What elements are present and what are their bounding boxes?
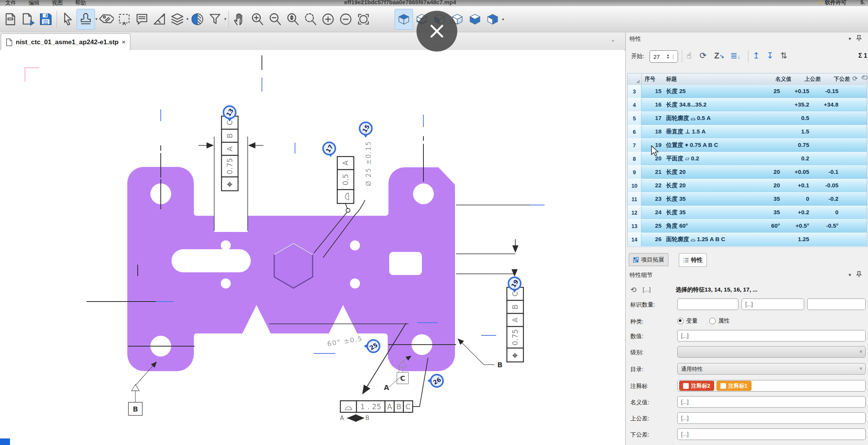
row-number-cell[interactable]: 3 [628, 85, 641, 98]
fcf-position-13[interactable]: C B A 0.75 ⌖ [198, 116, 263, 231]
marquee-select-button[interactable] [115, 9, 133, 29]
pin-icon[interactable] [856, 271, 862, 279]
tab-properties[interactable]: 特性 [679, 253, 707, 267]
menu-help[interactable]: 帮助 [75, 0, 86, 6]
lower-tol-input[interactable]: [...] [677, 428, 866, 440]
z-order-icon[interactable]: Z↘ [714, 51, 724, 61]
row-body[interactable]: 26 面轮廓度 ⌓ 1.25 A B C 1.25 [641, 233, 867, 247]
export-up-icon[interactable]: ↥ [753, 51, 760, 61]
save-button[interactable] [37, 9, 55, 29]
table-row[interactable]: 11 23 长度 35 35 0 -0.2 [628, 193, 867, 206]
row-body[interactable]: 20 平面度 ▱ 0.2 0.2 [641, 152, 867, 166]
edge-label-b[interactable]: B [458, 339, 503, 369]
row-body[interactable]: 21 长度 20 20 +0.05 -0.1 [641, 166, 867, 179]
open-file-button[interactable] [19, 9, 37, 29]
canvas-collapse-caret[interactable]: ⌄ [611, 37, 615, 43]
fcf-position-19[interactable]: C B A 0.75 ⌖ [507, 287, 523, 362]
view-top-button[interactable] [395, 9, 413, 30]
col-header-nominal[interactable]: 名义值 [765, 76, 791, 83]
pan-hand-button[interactable] [231, 9, 248, 29]
level-select[interactable]: ˅ [677, 346, 866, 358]
refresh-column-icon[interactable]: ⟳ [852, 75, 858, 83]
tag-button[interactable] [98, 9, 115, 29]
select-all-corner[interactable] [628, 73, 642, 85]
layers-button[interactable] [168, 9, 186, 29]
pin-icon[interactable] [856, 35, 862, 43]
table-row[interactable]: 13 25 角度 60° 60° +0.5° -0.5° [628, 220, 867, 233]
id-count-input-3[interactable] [807, 298, 866, 310]
zoom-out-button[interactable] [266, 9, 284, 29]
tab-close-icon[interactable]: × [122, 38, 125, 46]
menu-view[interactable]: 视图 [52, 0, 63, 6]
row-body[interactable]: 18 垂直度 ⊥ 1.5 A 1.5 [641, 125, 867, 139]
row-number-cell[interactable]: 10 [628, 179, 641, 192]
row-body[interactable]: 17 面轮廓度 ⌓ 0.5 A 0.5 [641, 112, 867, 125]
table-row[interactable]: 4 16 长度 34.8...35.2 +35.2 +34.8 [628, 98, 867, 112]
row-number-cell[interactable]: 7 [628, 139, 641, 152]
menu-file[interactable]: 文件 [5, 0, 16, 6]
nominal-input[interactable]: [...] [677, 396, 866, 408]
table-row[interactable]: 6 18 垂直度 ⊥ 1.5 A 1.5 [628, 125, 867, 139]
col-header-upper[interactable]: 上公差 [794, 76, 821, 83]
row-number-cell[interactable]: 13 [628, 220, 641, 233]
table-header[interactable]: 序号 标题 名义值 上公差 下公差 ⟳ [628, 73, 867, 85]
table-row[interactable]: 14 26 面轮廓度 ⌓ 1.25 A B C 1.25 [628, 233, 867, 247]
select-cursor-button[interactable] [59, 9, 77, 29]
view-front-button[interactable] [466, 9, 484, 29]
filter-button[interactable] [206, 9, 224, 29]
row-number-cell[interactable]: 5 [628, 112, 641, 125]
row-number-cell[interactable]: 9 [628, 166, 641, 179]
radio-variable[interactable]: 变量 [677, 317, 698, 325]
table-row[interactable]: 3 15 长度 25 25 +0.15 -0.15 [628, 85, 867, 98]
zoom-window-button[interactable] [302, 9, 319, 29]
comment-button[interactable] [133, 9, 151, 29]
pick-hand-icon[interactable]: ☝ [686, 51, 691, 61]
sort-updown-icon[interactable]: ⇅ [780, 51, 787, 61]
row-number-cell[interactable]: 4 [628, 98, 641, 112]
zoom-all-button[interactable] [355, 9, 372, 29]
zoom-in-button[interactable] [248, 9, 266, 29]
video-close-overlay[interactable] [417, 11, 457, 52]
radio-dot[interactable] [677, 318, 684, 324]
list-order-icon[interactable]: ≣↓ [730, 51, 740, 61]
start-spinner[interactable]: 27 ▲▼ ⋮ [650, 50, 678, 63]
start-value[interactable]: 27 [653, 53, 666, 60]
close-icon[interactable] [428, 23, 445, 40]
license-warning[interactable]: ⚠软件许可 [818, 0, 846, 6]
row-body[interactable]: 23 长度 35 35 0 -0.2 [641, 193, 867, 206]
spinner-arrows[interactable]: ▲▼ [666, 54, 670, 59]
menu-edit[interactable]: 编辑 [28, 0, 39, 6]
panel-collapse-caret[interactable]: ▾ [848, 36, 851, 42]
tag-column-icon[interactable] [861, 75, 868, 83]
checkbox[interactable] [683, 383, 689, 389]
views-more-caret[interactable]: ◂ [502, 17, 504, 22]
upper-tol-input[interactable]: [...] [677, 412, 866, 424]
radio-attribute[interactable]: 属性 [709, 317, 730, 325]
magnify-minus-button[interactable] [337, 9, 355, 29]
stamp-annotation-button[interactable] [77, 9, 95, 30]
row-body[interactable]: 24 长度 35 35 +0.2 0 [641, 206, 867, 220]
row-number-cell[interactable]: 6 [628, 125, 641, 138]
row-body[interactable]: 16 长度 34.8...35.2 +35.2 +34.8 [641, 98, 867, 112]
view-back-button[interactable] [484, 9, 501, 29]
col-header-seq[interactable]: 序号 [645, 76, 655, 83]
row-number-cell[interactable]: 14 [628, 233, 641, 246]
row-body[interactable]: 25 角度 60° 60° +0.5° -0.5° [641, 220, 867, 233]
new-document-button[interactable] [2, 9, 19, 29]
table-row[interactable]: 9 21 长度 20 20 +0.05 -0.1 [628, 166, 867, 179]
magnify-plus-button[interactable] [319, 9, 337, 29]
section-view-button[interactable] [188, 9, 206, 29]
row-body[interactable]: 19 位置度 ⌖ 0.75 A B C 0.75 [641, 139, 867, 152]
row-number-cell[interactable]: 8 [628, 152, 641, 165]
annotation-chip-2[interactable]: 注释标2 [679, 381, 714, 391]
taskbar-corner[interactable] [0, 438, 10, 445]
filter-dropdown-caret[interactable]: ▾ [224, 17, 227, 22]
zoom-fit-button[interactable] [284, 9, 302, 29]
col-header-lower[interactable]: 下公差 [823, 76, 850, 83]
row-body[interactable]: 15 长度 25 25 +0.15 -0.15 [641, 85, 867, 98]
annotation-chip-1[interactable]: 注释标1 [716, 381, 751, 391]
catalog-select[interactable]: 通用特性˅ [677, 363, 866, 375]
properties-table[interactable]: 序号 标题 名义值 上公差 下公差 ⟳ 3 15 长度 25 25 +0.15 … [627, 73, 867, 247]
table-row[interactable]: 5 17 面轮廓度 ⌓ 0.5 A 0.5 [628, 112, 867, 125]
rotate-sync-icon[interactable]: ⟳● [700, 51, 706, 61]
